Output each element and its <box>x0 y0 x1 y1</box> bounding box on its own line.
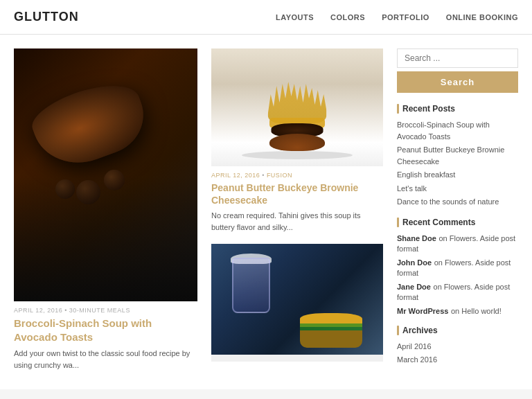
comment-4: Mr WordPress on Hello world! <box>397 305 518 316</box>
center-post-meta: APRIL 12, 2016 • FUSION <box>211 172 383 179</box>
featured-post-column: APRIL 12, 2016 • 30-MINUTE MEALS Broccol… <box>14 48 197 375</box>
archive-march[interactable]: March 2016 <box>397 354 518 366</box>
center-post-top-image[interactable] <box>211 48 383 166</box>
main-nav: LAYOUTS COLORS PORTFOLIO ONLINE BOOKING <box>276 13 518 21</box>
right-sidebar: Search Recent Posts Broccoli-Spinach Sou… <box>397 48 518 375</box>
burger-bun-bottom <box>269 134 325 151</box>
comment-2-author: John Doe <box>397 258 432 267</box>
center-post-bottom-image[interactable] <box>211 244 383 362</box>
beer-img-bg <box>211 244 383 355</box>
center-post-top: APRIL 12, 2016 • FUSION Peanut Butter Bu… <box>211 48 383 233</box>
nav-colors[interactable]: COLORS <box>330 13 365 21</box>
search-button[interactable]: Search <box>397 71 518 93</box>
comment-1-author: Shane Doe <box>397 234 436 242</box>
center-column: APRIL 12, 2016 • FUSION Peanut Butter Bu… <box>211 48 383 375</box>
archives-section: Archives April 2016 March 2016 <box>397 326 518 366</box>
post-date: APRIL 12, 2016 <box>211 172 260 179</box>
comment-3: Jane Doe on Flowers. Aside post format <box>397 281 518 302</box>
beer-cup <box>232 258 270 313</box>
center-post-top-excerpt: No cream required. Tahini gives this sou… <box>211 210 383 233</box>
croissant-shape <box>26 73 154 177</box>
comment-1: Shane Doe on Flowers. Aside post format <box>397 233 518 254</box>
dark-overlay <box>14 177 197 301</box>
center-post-bottom <box>211 244 383 362</box>
comment-3-author: Jane Doe <box>397 283 431 291</box>
featured-post-meta: APRIL 12, 2016 • 30-MINUTE MEALS <box>14 307 197 314</box>
featured-img-bg <box>14 48 197 301</box>
recent-posts-title: Recent Posts <box>397 104 518 114</box>
archive-april[interactable]: April 2016 <box>397 341 518 353</box>
recent-comments-title: Recent Comments <box>397 218 518 227</box>
burger-plate <box>242 151 353 159</box>
comment-4-author: Mr WordPress <box>397 307 448 315</box>
comment-4-text: on Hello world! <box>451 307 502 315</box>
sandwich-wrap <box>300 306 369 348</box>
recent-posts-section: Recent Posts Broccoli-Spinach Soup with … <box>397 104 518 208</box>
archives-title: Archives <box>397 326 518 335</box>
burger-topping <box>268 82 327 123</box>
nav-layouts[interactable]: LAYOUTS <box>276 13 314 21</box>
recent-comments-section: Recent Comments Shane Doe on Flowers. As… <box>397 218 518 316</box>
recent-post-4[interactable]: Let's talk <box>397 183 518 195</box>
recent-post-2[interactable]: Peanut Butter Buckeye Brownie Cheesecake <box>397 144 518 167</box>
featured-post-image[interactable] <box>14 48 197 301</box>
search-input[interactable] <box>397 48 518 68</box>
main-content: APRIL 12, 2016 • 30-MINUTE MEALS Broccol… <box>0 35 532 389</box>
site-logo: GLUTTON <box>14 10 79 24</box>
post-category: FUSION <box>267 172 292 179</box>
featured-post-title[interactable]: Broccoli-Spinach Soup with Avocado Toast… <box>14 317 197 344</box>
recent-post-1[interactable]: Broccoli-Spinach Soup with Avocado Toast… <box>397 119 518 142</box>
nav-portfolio[interactable]: PORTFOLIO <box>382 13 429 21</box>
sandwich-bread <box>300 330 362 348</box>
nav-booking[interactable]: ONLINE BOOKING <box>446 13 518 21</box>
recent-post-3[interactable]: English breakfast <box>397 169 518 181</box>
burger-img-bg <box>211 48 383 166</box>
center-post-top-title[interactable]: Peanut Butter Buckeye Brownie Cheesecake <box>211 181 383 206</box>
recent-post-5[interactable]: Dance to the sounds of nature <box>397 196 518 208</box>
site-header: GLUTTON LAYOUTS COLORS PORTFOLIO ONLINE … <box>0 0 532 35</box>
featured-post-excerpt: Add your own twist to the classic soul f… <box>14 348 197 371</box>
comment-2: John Doe on Flowers. Aside post format <box>397 257 518 278</box>
